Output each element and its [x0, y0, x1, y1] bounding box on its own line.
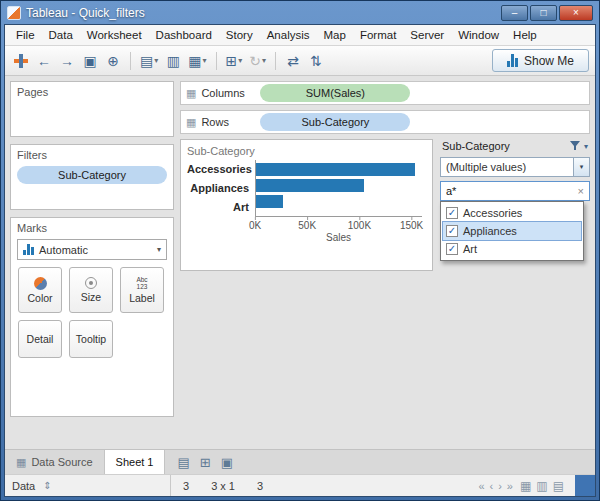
menu-item-window[interactable]: Window [451, 26, 506, 44]
filter-item-appliances[interactable]: ✓Appliances [443, 222, 581, 240]
new-worksheet-icon[interactable] [177, 455, 189, 470]
new-dashboard-icon[interactable] [200, 455, 211, 470]
last-page-icon[interactable]: » [507, 480, 513, 492]
marks-tooltip-button[interactable]: Tooltip [69, 320, 113, 358]
clear-sheet-icon[interactable]: ▦▾ [186, 50, 208, 72]
filter-values-dropdown[interactable]: (Multiple values) [440, 157, 590, 177]
maximize-button[interactable]: □ [530, 5, 557, 21]
dropdown-arrow-button[interactable] [573, 158, 589, 176]
refresh-icon: ↻▾ [247, 50, 268, 72]
window-title: Tableau - Quick_filters [26, 6, 145, 20]
save-icon[interactable]: ▣ [80, 50, 100, 72]
close-button[interactable]: × [559, 5, 593, 21]
filter-value-list: ✓Accessories✓Appliances✓Art [440, 201, 584, 261]
toolbar-icons: ←→▣⊕▤▾▥▦▾⊞▾↻▾⇄⇅ [11, 50, 326, 72]
toolbar-separator [275, 52, 276, 70]
add-data-icon[interactable]: ⊕ [103, 50, 123, 72]
chart-x-axis-title: Sales [255, 232, 422, 243]
bar-chart-icon [23, 244, 34, 255]
menu-item-map[interactable]: Map [317, 26, 353, 44]
quick-filter-header-icons [570, 141, 588, 151]
group-members-icon[interactable]: ⊞▾ [224, 50, 245, 72]
pages-title: Pages [11, 82, 173, 100]
new-worksheet-icon-glyph: ▤ [140, 53, 153, 69]
chart-category-label: Accessories [187, 160, 255, 179]
tab-data-source[interactable]: Data Source [5, 450, 105, 474]
marks-button-label: Label [129, 292, 155, 304]
chart-bar[interactable] [256, 195, 283, 208]
new-story-icon[interactable] [221, 455, 233, 470]
tab-data-source-label: Data Source [31, 456, 92, 468]
show-me-button[interactable]: Show Me [492, 49, 589, 72]
menu-item-format[interactable]: Format [353, 26, 403, 44]
chart-bar[interactable] [256, 179, 364, 192]
chevron-down-icon[interactable] [584, 142, 588, 151]
filter-item-label: Art [463, 243, 477, 255]
marks-detail-button[interactable]: Detail [18, 320, 62, 358]
presentation-mode-icon[interactable]: ▤ [553, 479, 564, 493]
columns-shelf-icon [186, 87, 196, 100]
size-icon [85, 277, 97, 289]
menu-item-worksheet[interactable]: Worksheet [80, 26, 149, 44]
menu-item-dashboard[interactable]: Dashboard [149, 26, 219, 44]
menu-item-file[interactable]: File [9, 26, 42, 44]
sort-icon[interactable]: ⇅ [306, 50, 326, 72]
rows-pill-sub-category[interactable]: Sub-Category [260, 113, 410, 131]
menu-item-analysis[interactable]: Analysis [260, 26, 317, 44]
new-worksheet-icon[interactable]: ▤▾ [138, 50, 160, 72]
minimize-button[interactable]: – [501, 5, 528, 21]
duplicate-sheet-icon[interactable]: ▥ [163, 50, 183, 72]
status-data-label: Data [12, 480, 35, 492]
menu-item-data[interactable]: Data [42, 26, 80, 44]
next-page-icon[interactable]: › [498, 480, 502, 492]
rows-shelf-label: Rows [201, 116, 255, 128]
tableau-logo-glyph [14, 54, 28, 68]
prev-page-icon[interactable]: ‹ [490, 480, 494, 492]
menu-item-help[interactable]: Help [506, 26, 544, 44]
swap-axes-icon[interactable]: ⇄ [283, 50, 303, 72]
filter-item-art[interactable]: ✓Art [443, 240, 581, 258]
axis-tick-label: 150K [400, 220, 423, 231]
chart-bar[interactable] [256, 163, 415, 176]
rows-shelf[interactable]: Rows Sub-Category [180, 110, 590, 134]
marks-label-button[interactable]: Abc123Label [120, 267, 164, 313]
status-data-pane[interactable]: Data [5, 475, 171, 496]
menu-item-story[interactable]: Story [219, 26, 260, 44]
filter-item-label: Appliances [463, 225, 517, 237]
undo-icon[interactable]: ← [34, 50, 54, 72]
app-icon [7, 6, 21, 20]
marks-buttons: ColorSizeAbc123LabelDetailTooltip [11, 267, 173, 358]
client-area: FileDataWorksheetDashboardStoryAnalysisM… [4, 24, 596, 497]
tableau-logo-icon[interactable] [11, 50, 31, 72]
filters-shelf[interactable]: Filters Sub-Category [10, 144, 174, 210]
checkbox-icon[interactable]: ✓ [446, 243, 458, 255]
clear-search-icon[interactable]: × [578, 185, 584, 197]
group-members-icon-glyph: ⊞ [226, 53, 238, 69]
marks-color-button[interactable]: Color [18, 267, 62, 313]
filter-search-input[interactable] [446, 185, 575, 197]
filter-item-accessories[interactable]: ✓Accessories [443, 204, 581, 222]
pages-shelf[interactable]: Pages [10, 81, 174, 137]
undo-icon-glyph: ← [37, 53, 51, 69]
pane-splitter-icon[interactable] [43, 480, 51, 491]
chart-category-labels: AccessoriesAppliancesArt [187, 160, 255, 217]
checkbox-icon[interactable]: ✓ [446, 207, 458, 219]
first-page-icon[interactable]: « [478, 480, 484, 492]
redo-icon[interactable]: → [57, 50, 77, 72]
rows-shelf-icon [186, 116, 196, 129]
content-row: Sub-Category AccessoriesAppliancesArt 0K… [180, 139, 590, 444]
filter-item-label: Accessories [463, 207, 522, 219]
marks-size-button[interactable]: Size [69, 267, 113, 313]
normal-view-icon[interactable]: ▦ [520, 479, 531, 493]
axis-tick-label: 0K [249, 220, 261, 231]
columns-pill-sum-sales[interactable]: SUM(Sales) [260, 84, 410, 102]
tab-sheet-1[interactable]: Sheet 1 [105, 450, 166, 474]
title-bar[interactable]: Tableau - Quick_filters – □ × [4, 1, 596, 24]
fit-view-icon[interactable]: ▥ [536, 479, 547, 493]
columns-shelf[interactable]: Columns SUM(Sales) [180, 81, 590, 105]
filter-pill-sub-category[interactable]: Sub-Category [17, 166, 167, 184]
checkbox-icon[interactable]: ✓ [446, 225, 458, 237]
menu-item-server[interactable]: Server [403, 26, 451, 44]
mark-type-dropdown[interactable]: Automatic [17, 239, 167, 260]
resize-grip[interactable] [575, 475, 595, 496]
